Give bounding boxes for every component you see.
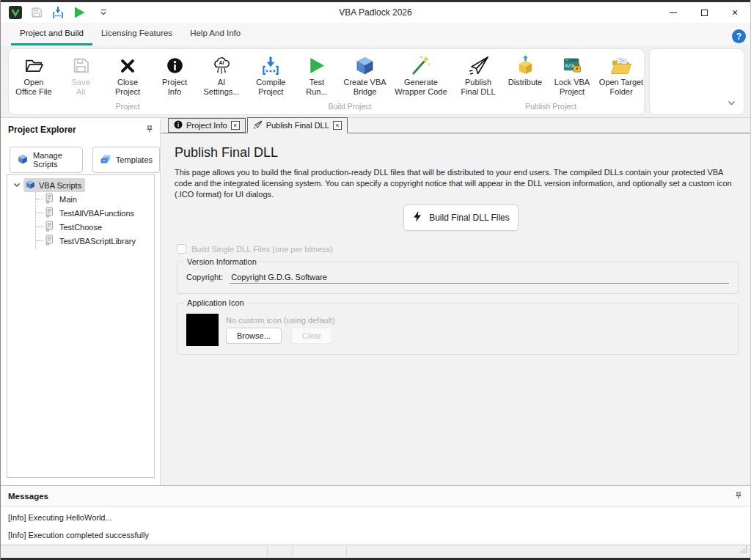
browse-button[interactable]: Browse... — [226, 328, 282, 344]
tree-connector — [36, 213, 43, 213]
page-title: Publish Final DLL — [175, 145, 278, 161]
message-item: [Info] Execution completed successfully — [8, 531, 743, 539]
wand-icon — [410, 54, 431, 78]
publish-final-dll-button[interactable]: Publish Final DLL — [455, 51, 502, 101]
ribbon-group-caption: Project — [10, 101, 245, 114]
generate-wrapper-code-button[interactable]: Generate Wrapper Code — [390, 51, 452, 101]
copyright-input[interactable] — [230, 272, 729, 284]
save-all-button[interactable]: Save All — [57, 51, 104, 101]
status-bar — [1, 545, 750, 558]
ribbon-collapse-icon[interactable] — [727, 97, 736, 110]
document-area: Project Info × Publish Final DLL × Publi… — [161, 117, 750, 485]
tree-node-label: VBA Scripts — [39, 181, 81, 190]
ribbon-tab-licensing-features[interactable]: Licensing Features — [92, 23, 181, 45]
version-information-group: Version Information Copyright: — [177, 262, 739, 294]
ribbon-button-label: Compile Project — [256, 78, 285, 97]
create-vba-bridge-button[interactable]: Create VBA Bridge — [340, 51, 390, 101]
project-explorer-panel: Project Explorer Manage Scripts Template… — [1, 117, 161, 485]
play-icon — [307, 54, 326, 78]
tab-publish-final-dll[interactable]: Publish Final DLL × — [247, 117, 348, 133]
build-button-label: Build Final DLL Files — [429, 213, 510, 223]
tree-connector — [36, 226, 43, 227]
ribbon-button-label: Project Info — [162, 78, 187, 97]
save-all-icon — [71, 54, 91, 78]
ribbon-panel-extra — [649, 48, 744, 115]
tab-label: Project Info — [186, 121, 227, 130]
maximize-button[interactable] — [689, 2, 719, 23]
ribbon-group-project: Open Office File Save All Close Project — [9, 49, 246, 114]
compile-project-button[interactable]: Compile Project — [248, 51, 294, 101]
ribbon-group-caption: Publish Project — [455, 101, 647, 114]
tree-connector — [35, 192, 36, 248]
lock-vba-project-button[interactable]: </> Lock VBA Project — [549, 51, 596, 101]
folder-open-icon — [23, 54, 45, 78]
test-run-button[interactable]: Test Run... — [294, 51, 340, 101]
chevron-down-icon[interactable] — [13, 181, 21, 190]
lock-window-icon: </> — [562, 54, 583, 78]
ribbon-panel: Open Office File Save All Close Project — [8, 48, 645, 115]
minimize-icon — [670, 12, 677, 13]
ribbon-tab-project-and-build[interactable]: Project and Build — [11, 23, 92, 45]
ribbon-button-label: Generate Wrapper Code — [395, 78, 447, 97]
tree-node-testallvbafunctions[interactable]: TestAllVBAFunctions — [7, 206, 154, 220]
messages-list: [Info] Executing HelloWorld... [Info] Ex… — [1, 507, 750, 545]
open-target-folder-button[interactable]: Open Target Folder — [596, 51, 647, 101]
project-info-button[interactable]: Project Info — [151, 51, 198, 101]
ai-cloud-icon: AI — [210, 54, 232, 78]
close-x-icon — [118, 54, 137, 78]
single-dll-checkbox-label: Build Single DLL Files (one per bitness) — [191, 245, 333, 254]
paper-plane-icon — [253, 120, 263, 131]
close-project-button[interactable]: Close Project — [104, 51, 151, 101]
statusbar-separator — [292, 546, 293, 557]
ribbon-button-label: Distribute — [508, 78, 542, 87]
pin-icon[interactable] — [145, 123, 154, 136]
ribbon-group-build-project: Compile Project Test Run... Create VBA B… — [246, 49, 453, 114]
tab-project-info[interactable]: Project Info × — [168, 118, 246, 133]
document-tab-strip: Project Info × Publish Final DLL × — [161, 117, 750, 133]
manage-scripts-button[interactable]: Manage Scripts — [10, 147, 83, 173]
svg-text:</>: </> — [565, 63, 574, 69]
tree-connector — [36, 240, 43, 241]
ribbon-group-caption: Build Project — [248, 101, 452, 114]
lightning-bolt-icon — [412, 210, 422, 225]
close-tab-icon[interactable]: × — [231, 121, 240, 130]
distribute-button[interactable]: Distribute — [502, 51, 549, 101]
tree-node-main[interactable]: Main — [7, 192, 154, 206]
maximize-icon — [701, 10, 708, 16]
resize-grip-icon[interactable] — [740, 543, 748, 556]
window-title: VBA Padlock 2026 — [1, 2, 750, 23]
svg-text:AI: AI — [219, 60, 224, 65]
ribbon-button-label: Open Office File — [15, 78, 51, 97]
close-tab-icon[interactable]: × — [333, 121, 342, 130]
project-explorer-title: Project Explorer — [8, 125, 76, 135]
help-button[interactable]: ? — [732, 29, 746, 43]
messages-panel: Messages [Info] Executing HelloWorld... … — [1, 485, 750, 545]
ribbon-button-label: Publish Final DLL — [461, 78, 495, 97]
ai-settings-button[interactable]: AI AI Settings... — [198, 51, 245, 101]
cube-icon — [354, 54, 376, 78]
minimize-button[interactable] — [658, 2, 689, 23]
tree-node-testvbascriptlibrary[interactable]: TestVBAScriptLibrary — [7, 234, 154, 248]
open-office-file-button[interactable]: Open Office File — [10, 51, 57, 101]
script-icon — [45, 207, 54, 219]
templates-label: Templates — [116, 155, 153, 164]
application-icon-legend: Application Icon — [184, 298, 247, 307]
ribbon-button-label: Save All — [71, 78, 89, 97]
tree-node-testchoose[interactable]: TestChoose — [7, 220, 154, 234]
statusbar-separator — [267, 546, 268, 557]
templates-button[interactable]: Templates — [92, 147, 160, 173]
single-dll-checkbox[interactable] — [177, 244, 186, 254]
close-button[interactable]: × — [719, 2, 750, 23]
ribbon-tab-help-and-info[interactable]: Help And Info — [181, 23, 249, 45]
manage-scripts-label: Manage Scripts — [33, 151, 76, 169]
build-final-dll-button[interactable]: Build Final DLL Files — [403, 205, 519, 231]
clear-button[interactable]: Clear — [291, 328, 332, 344]
application-icon-group: Application Icon No custom icon (using d… — [177, 303, 739, 355]
tree-node-label: TestAllVBAFunctions — [59, 209, 134, 218]
layers-icon — [100, 153, 111, 166]
pin-icon[interactable] — [734, 490, 743, 503]
tree-node-vba-scripts[interactable]: VBA Scripts — [7, 178, 154, 192]
message-item: [Info] Executing HelloWorld... — [8, 513, 743, 522]
tree-node-label: TestVBAScriptLibrary — [59, 237, 136, 246]
ribbon-button-label: Open Target Folder — [599, 78, 643, 97]
